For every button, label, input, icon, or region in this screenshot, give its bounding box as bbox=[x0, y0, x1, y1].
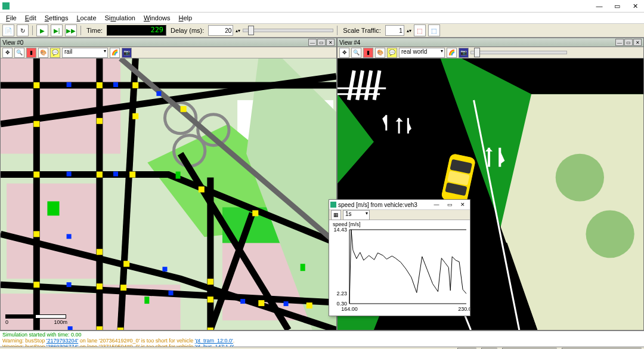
locate-button[interactable]: 💬 bbox=[50, 48, 60, 58]
log-link[interactable]: 'pt_tram_12:0.0' bbox=[195, 338, 233, 344]
svg-rect-41 bbox=[67, 172, 72, 177]
pane-maximize-button[interactable]: ▭ bbox=[624, 39, 633, 46]
spinner-arrows[interactable]: ▴▾ bbox=[236, 28, 240, 33]
svg-rect-24 bbox=[252, 210, 258, 216]
view-toolbar: ✥ 🔍 ▮ 🎨 💬 real world 🌈 📷 bbox=[338, 47, 643, 58]
screenshot-button[interactable]: 📷 bbox=[459, 48, 469, 58]
svg-rect-16 bbox=[33, 121, 39, 127]
chart-window[interactable]: speed [m/s] from vehicle:veh3 — ▭ ✕ ▦ 1s… bbox=[329, 199, 470, 316]
time-field[interactable]: 229 bbox=[107, 25, 166, 36]
pane-titlebar: View #0 — ▭ ✕ bbox=[1, 38, 336, 47]
svg-rect-78 bbox=[499, 148, 501, 167]
window-close-button[interactable]: ✕ bbox=[626, 0, 644, 12]
play-button[interactable]: ▶ bbox=[36, 24, 48, 36]
chart-area: speed [m/s] 0.302.2314.43164.00230.00 bbox=[329, 220, 470, 316]
svg-rect-31 bbox=[120, 285, 126, 291]
toolbar-icon-1[interactable]: ⬚ bbox=[414, 24, 426, 36]
pane-maximize-button[interactable]: ▭ bbox=[317, 39, 326, 46]
svg-text:230.00: 230.00 bbox=[458, 306, 470, 312]
delay-spinner[interactable] bbox=[208, 25, 233, 36]
svg-rect-37 bbox=[208, 328, 213, 330]
scale-max: 100m bbox=[54, 319, 67, 325]
svg-rect-53 bbox=[301, 264, 305, 271]
pane-close-button[interactable]: ✕ bbox=[326, 39, 335, 46]
svg-rect-51 bbox=[144, 297, 149, 304]
svg-rect-72 bbox=[398, 118, 400, 134]
recenter-button[interactable]: ✥ bbox=[339, 48, 349, 58]
pane-title-text: View #0 bbox=[2, 39, 23, 46]
chart-titlebar[interactable]: speed [m/s] from vehicle:veh3 — ▭ ✕ bbox=[329, 200, 470, 210]
separator bbox=[337, 26, 338, 35]
menu-locate[interactable]: Locate bbox=[73, 14, 100, 22]
svg-rect-19 bbox=[181, 106, 187, 112]
separator bbox=[32, 26, 33, 35]
svg-rect-70 bbox=[385, 115, 387, 131]
scale-spinner[interactable] bbox=[385, 25, 404, 36]
svg-rect-25 bbox=[33, 231, 39, 237]
chart-maximize-button[interactable]: ▭ bbox=[444, 200, 456, 209]
palette-button[interactable]: 🌈 bbox=[447, 48, 457, 58]
app-icon bbox=[2, 2, 10, 10]
chart-icon bbox=[330, 202, 336, 208]
log-link[interactable]: '2869306774' bbox=[47, 344, 79, 347]
log-link[interactable]: 'pt_bus_147:1.0' bbox=[195, 344, 234, 347]
svg-rect-21 bbox=[97, 172, 103, 178]
scheme-select[interactable]: rail bbox=[62, 48, 108, 58]
svg-rect-20 bbox=[33, 172, 39, 178]
new-button[interactable]: 📄 bbox=[2, 24, 14, 36]
menu-help[interactable]: Help bbox=[175, 14, 196, 22]
pane-close-button[interactable]: ✕ bbox=[633, 39, 642, 46]
fast-forward-button[interactable]: ▶▶ bbox=[65, 24, 77, 36]
scheme-select[interactable]: real world bbox=[399, 48, 445, 58]
svg-rect-23 bbox=[199, 187, 205, 193]
pane-minimize-button[interactable]: — bbox=[615, 39, 624, 46]
svg-rect-33 bbox=[258, 300, 264, 306]
window-titlebar: — ▭ ✕ bbox=[0, 0, 644, 13]
zoom-button[interactable]: 🔍 bbox=[351, 48, 361, 58]
menu-edit[interactable]: Edit bbox=[21, 14, 40, 22]
chart-settings-button[interactable]: ▦ bbox=[331, 210, 341, 220]
chart-minimize-button[interactable]: — bbox=[431, 200, 442, 209]
step-button[interactable]: ▶| bbox=[51, 24, 63, 36]
window-maximize-button[interactable]: ▭ bbox=[608, 0, 626, 12]
svg-point-56 bbox=[556, 154, 604, 202]
svg-rect-50 bbox=[47, 201, 59, 215]
svg-rect-43 bbox=[67, 234, 72, 239]
log-panel[interactable]: Simulation started with time: 0.00 Warni… bbox=[0, 331, 644, 347]
svg-rect-32 bbox=[208, 297, 213, 302]
pane-minimize-button[interactable]: — bbox=[308, 39, 317, 46]
chart-interval-select[interactable]: 1s bbox=[343, 210, 370, 220]
svg-point-57 bbox=[586, 210, 634, 258]
menu-bar: File Edit Settings Locate Simulation Win… bbox=[0, 13, 644, 24]
chart-close-button[interactable]: ✕ bbox=[457, 200, 469, 209]
svg-rect-17 bbox=[97, 118, 103, 124]
zoom-button[interactable]: 🔍 bbox=[14, 48, 24, 58]
screenshot-button[interactable]: 📷 bbox=[122, 48, 132, 58]
menu-windows[interactable]: Windows bbox=[140, 14, 174, 22]
menu-simulation[interactable]: Simulation bbox=[101, 14, 139, 22]
reload-button[interactable]: ↻ bbox=[17, 24, 29, 36]
recenter-button[interactable]: ✥ bbox=[2, 48, 13, 58]
view-pane-0: View #0 — ▭ ✕ ✥ 🔍 ▮ 🎨 💬 rail 🌈 📷 bbox=[0, 38, 337, 331]
select-edge-button[interactable]: ▮ bbox=[26, 48, 36, 58]
window-minimize-button[interactable]: — bbox=[590, 0, 608, 12]
workspace: View #0 — ▭ ✕ ✥ 🔍 ▮ 🎨 💬 rail 🌈 📷 bbox=[0, 38, 644, 331]
zoom-slider[interactable] bbox=[470, 51, 567, 54]
palette-button[interactable]: 🌈 bbox=[110, 48, 120, 58]
color-button[interactable]: 🎨 bbox=[375, 48, 385, 58]
svg-rect-15 bbox=[132, 82, 138, 88]
toolbar-icon-2[interactable]: ⬚ bbox=[428, 24, 440, 36]
spinner-arrows[interactable]: ▴▾ bbox=[407, 28, 411, 33]
svg-rect-14 bbox=[97, 82, 103, 88]
select-edge-button[interactable]: ▮ bbox=[363, 48, 373, 58]
delay-slider[interactable] bbox=[243, 29, 333, 32]
color-button[interactable]: 🎨 bbox=[38, 48, 48, 58]
svg-text:2.23: 2.23 bbox=[336, 291, 347, 297]
menu-settings[interactable]: Settings bbox=[41, 14, 72, 22]
svg-rect-38 bbox=[67, 82, 72, 87]
log-link[interactable]: '2179793204' bbox=[47, 338, 79, 344]
map-canvas[interactable]: 0100m bbox=[1, 58, 336, 330]
menu-file[interactable]: File bbox=[2, 14, 20, 22]
chart-toolbar: ▦ 1s bbox=[329, 210, 470, 220]
locate-button[interactable]: 💬 bbox=[387, 48, 397, 58]
